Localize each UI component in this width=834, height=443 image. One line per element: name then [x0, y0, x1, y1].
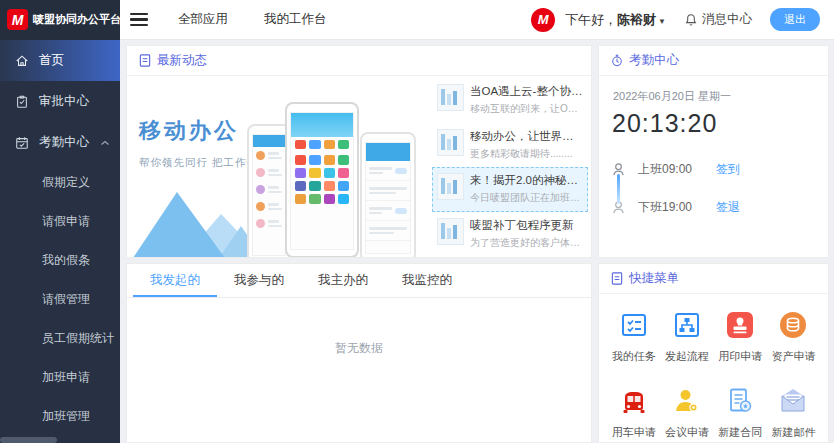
- quick-item-label: 发起流程: [665, 349, 709, 364]
- calendar-icon: [15, 136, 29, 150]
- news-item[interactable]: 移动办公，让世界触手可 更多精彩敬请期待........: [432, 123, 588, 168]
- timeline-connector: [617, 174, 620, 204]
- news-item[interactable]: 唛盟补丁包程序更新 为了营造更好的客户体验，唛: [432, 212, 588, 257]
- sidebar-item-overtime-request[interactable]: 加班申请: [0, 358, 120, 397]
- sidebar-item-label: 首页: [39, 52, 64, 69]
- news-title: 来！揭开2.0的神秘面纱-: [470, 173, 583, 188]
- home-icon: [15, 54, 29, 68]
- quick-menu-panel: 快捷菜单 我的任务 发起流程 用印申请 资产申请 用车申请: [598, 263, 829, 443]
- meeting-person-icon: [672, 386, 702, 416]
- sidebar-item-staff-holiday-stats[interactable]: 员工假期统计: [0, 319, 120, 358]
- chevron-up-icon: [100, 139, 110, 147]
- document-icon: [139, 54, 151, 67]
- bell-icon: [684, 13, 698, 27]
- main-content: 最新动态 移动办公 帮你领先同行 把工作带出办公室: [120, 40, 834, 443]
- checkin-row: 上班09:00 签到: [611, 150, 828, 188]
- sidebar-item-my-leave-notes[interactable]: 我的假条: [0, 241, 120, 280]
- panel-title: 考勤中心: [629, 52, 679, 69]
- news-list: 当OA遇上云-整个协同OA 移动互联的到来，让OA与云 移动办公，让世界触手可 …: [432, 78, 588, 256]
- menu-toggle-icon[interactable]: [130, 13, 148, 27]
- sidebar-item-label: 审批中心: [39, 93, 89, 110]
- quick-item-asset-request[interactable]: 资产申请: [767, 310, 820, 364]
- sidebar-item-approval-center[interactable]: 审批中心: [0, 81, 120, 122]
- sidebar-item-label: 考勤中心: [39, 134, 89, 151]
- news-thumbnail: [437, 218, 464, 245]
- sidebar: 首页 审批中心 考勤中心 假期定义 请假申请 我的假条 请假管理 员工假期统计 …: [0, 40, 120, 443]
- sidebar-item-leave-request[interactable]: 请假申请: [0, 202, 120, 241]
- checkout-time-label: 下班19:00: [638, 199, 708, 216]
- news-subtitle: 移动互联的到来，让OA与云: [470, 102, 583, 116]
- tab-hosted-by-me[interactable]: 我主办的: [301, 264, 385, 297]
- quick-item-label: 用印申请: [718, 349, 762, 364]
- tasks-panel: 我发起的 我参与的 我主办的 我监控的 暂无数据: [126, 263, 592, 443]
- sidebar-item-overtime-manage[interactable]: 加班管理: [0, 397, 120, 436]
- checkin-link[interactable]: 签到: [716, 161, 740, 178]
- attendance-timeline: 上班09:00 签到 下班19:00 签退: [599, 150, 828, 226]
- news-title: 唛盟补丁包程序更新: [470, 218, 583, 233]
- message-center-button[interactable]: 消息中心: [684, 11, 752, 28]
- attendance-date: 2022年06月20日 星期一: [599, 76, 828, 104]
- news-subtitle: 更多精彩敬请期待........: [470, 147, 583, 161]
- tab-participated-by-me[interactable]: 我参与的: [217, 264, 301, 297]
- document-icon: [611, 272, 623, 285]
- banner-headline: 移动办公: [139, 116, 239, 146]
- chevron-down-icon: ▼: [658, 17, 666, 26]
- task-list-icon: [619, 310, 649, 340]
- top-right-group: M 下午好，陈裕财▼ 消息中心 退出: [531, 8, 834, 32]
- tab-initiated-by-me[interactable]: 我发起的: [133, 264, 217, 297]
- phone-app-row: [291, 137, 353, 152]
- panel-title: 快捷菜单: [629, 270, 679, 287]
- stamp-icon: [725, 310, 755, 340]
- sidebar-item-attendance-center[interactable]: 考勤中心: [0, 122, 120, 163]
- user-name: 陈裕财: [617, 12, 656, 27]
- quick-item-meeting-request[interactable]: 会议申请: [660, 386, 713, 440]
- news-subtitle: 为了营造更好的客户体验，唛: [470, 236, 583, 250]
- phone-mockup-center: [285, 102, 359, 258]
- quick-item-vehicle-request[interactable]: 用车申请: [607, 386, 660, 440]
- nav-all-apps[interactable]: 全部应用: [178, 11, 228, 28]
- checkout-row: 下班19:00 签退: [611, 188, 828, 226]
- sidebar-item-leave-manage[interactable]: 请假管理: [0, 280, 120, 319]
- news-item-highlighted[interactable]: 来！揭开2.0的神秘面纱- 今日唛盟团队正在加班加点，: [432, 167, 588, 212]
- contract-icon: [725, 386, 755, 416]
- quick-item-new-mail[interactable]: 新建邮件: [767, 386, 820, 440]
- quick-item-label: 用车申请: [612, 425, 656, 440]
- promo-banner[interactable]: 移动办公 帮你领先同行 把工作带出办公室: [127, 76, 436, 258]
- quick-item-label: 资产申请: [771, 349, 815, 364]
- attendance-header: 考勤中心: [599, 46, 828, 76]
- mountains-illustration: [133, 192, 263, 258]
- brand-logo: M: [7, 9, 28, 30]
- quick-item-label: 会议申请: [665, 425, 709, 440]
- quick-item-label: 新建邮件: [771, 425, 815, 440]
- sidebar-item-home[interactable]: 首页: [0, 40, 120, 81]
- checkout-link[interactable]: 签退: [716, 199, 740, 216]
- checkin-time-label: 上班09:00: [638, 161, 708, 178]
- car-icon: [619, 386, 649, 416]
- app-title: 唛盟协同办公平台: [33, 12, 121, 27]
- quick-item-new-contract[interactable]: 新建合同: [714, 386, 767, 440]
- news-title: 移动办公，让世界触手可: [470, 129, 583, 144]
- quick-item-my-tasks[interactable]: 我的任务: [607, 310, 660, 364]
- news-subtitle: 今日唛盟团队正在加班加点，: [470, 191, 583, 205]
- nav-my-workbench[interactable]: 我的工作台: [264, 11, 327, 28]
- sidebar-item-holiday-define[interactable]: 假期定义: [0, 163, 120, 202]
- news-thumbnail: [437, 173, 464, 200]
- quick-item-start-workflow[interactable]: 发起流程: [660, 310, 713, 364]
- user-avatar[interactable]: M: [531, 8, 555, 32]
- top-nav: 全部应用 我的工作台: [178, 11, 327, 28]
- tab-monitored-by-me[interactable]: 我监控的: [385, 264, 469, 297]
- mail-icon: [778, 386, 808, 416]
- attendance-panel: 考勤中心 2022年06月20日 星期一 20:13:20 上班09:00 签到…: [598, 45, 829, 258]
- news-item[interactable]: 当OA遇上云-整个协同OA 移动互联的到来，让OA与云: [432, 78, 588, 123]
- logo-area: M 唛盟协同办公平台: [0, 0, 120, 40]
- horizontal-scrollbar-thumb[interactable]: [0, 437, 57, 443]
- quick-item-seal-request[interactable]: 用印申请: [714, 310, 767, 364]
- news-thumbnail: [437, 84, 464, 111]
- logout-button[interactable]: 退出: [770, 8, 820, 31]
- quick-menu-grid: 我的任务 发起流程 用印申请 资产申请 用车申请 会议申请: [599, 294, 828, 440]
- greeting-text: 下午好，: [565, 12, 617, 27]
- latest-news-panel: 最新动态 移动办公 帮你领先同行 把工作带出办公室: [126, 45, 592, 258]
- phone-app-grid: [291, 152, 353, 207]
- user-greeting[interactable]: 下午好，陈裕财▼: [565, 11, 666, 29]
- attendance-clock: 20:13:20: [599, 104, 828, 150]
